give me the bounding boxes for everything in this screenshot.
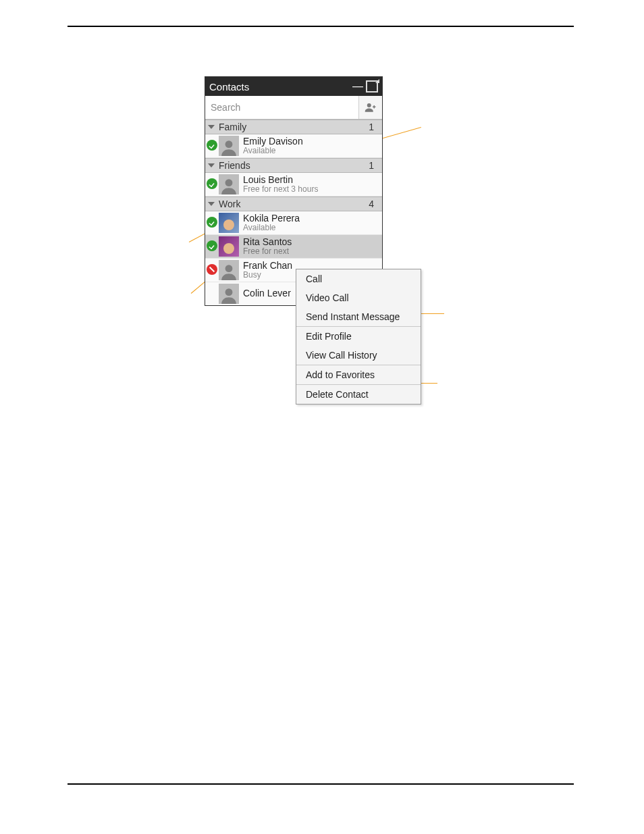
presence-busy-icon <box>207 264 217 275</box>
presence-available-icon <box>207 240 217 251</box>
popout-icon[interactable] <box>366 80 378 93</box>
svg-point-4 <box>225 288 233 296</box>
group-count: 1 <box>369 160 377 171</box>
menu-item-view-history[interactable]: View Call History <box>296 346 421 365</box>
svg-point-2 <box>225 179 233 186</box>
avatar <box>219 236 239 257</box>
group-header-family[interactable]: Family 1 <box>205 120 382 134</box>
add-contact-button[interactable] <box>358 96 382 119</box>
context-menu: Call Video Call Send Instant Message Edi… <box>296 269 421 405</box>
presence-none-icon <box>207 288 217 298</box>
avatar <box>219 136 239 156</box>
contact-name: Colin Lever <box>243 288 291 298</box>
contact-status: Available <box>243 224 300 232</box>
menu-item-send-im[interactable]: Send Instant Message <box>296 307 421 326</box>
chevron-down-icon <box>208 163 215 167</box>
chevron-down-icon <box>208 125 215 129</box>
menu-item-video-call[interactable]: Video Call <box>296 288 421 307</box>
group-count: 1 <box>369 122 377 132</box>
group-name: Work <box>219 199 369 209</box>
contact-row-rita[interactable]: Rita Santos Free for next <box>205 235 382 259</box>
chevron-down-icon <box>208 202 215 206</box>
add-contact-icon <box>365 101 377 113</box>
presence-available-icon <box>207 140 217 151</box>
svg-point-0 <box>367 103 371 107</box>
avatar <box>219 174 239 194</box>
svg-point-1 <box>225 140 233 148</box>
minimize-button[interactable]: — <box>352 80 362 93</box>
avatar <box>219 284 239 304</box>
page-rule-top <box>68 26 574 27</box>
menu-item-edit-profile[interactable]: Edit Profile <box>296 327 421 346</box>
avatar <box>219 260 239 280</box>
contact-name: Rita Santos <box>243 237 292 247</box>
group-count: 4 <box>369 199 377 209</box>
group-name: Family <box>219 122 369 132</box>
menu-item-delete-contact[interactable]: Delete Contact <box>296 385 421 404</box>
contact-row-emily[interactable]: Emily Davison Available <box>205 134 382 158</box>
contact-name: Frank Chan <box>243 261 292 271</box>
search-bar <box>205 96 382 120</box>
panel-title: Contacts <box>209 81 352 93</box>
page-rule-bottom <box>68 783 574 785</box>
contact-row-kokila[interactable]: Kokila Perera Available <box>205 211 382 235</box>
contact-status: Busy <box>243 271 292 280</box>
group-header-work[interactable]: Work 4 <box>205 197 382 211</box>
contact-status: Free for next <box>243 247 292 256</box>
presence-available-icon <box>207 178 217 189</box>
contact-status: Free for next 3 hours <box>243 185 318 194</box>
menu-item-call[interactable]: Call <box>296 269 421 288</box>
contact-status: Available <box>243 147 303 155</box>
group-name: Friends <box>219 160 369 171</box>
presence-available-icon <box>207 217 217 228</box>
titlebar: Contacts — <box>205 77 382 96</box>
contact-name: Kokila Perera <box>243 213 300 224</box>
contact-name: Louis Bertin <box>243 175 318 185</box>
menu-item-add-favorites[interactable]: Add to Favorites <box>296 365 421 384</box>
search-input[interactable] <box>205 97 358 118</box>
avatar <box>219 213 239 233</box>
contact-name: Emily Davison <box>243 136 303 147</box>
svg-point-3 <box>225 265 233 272</box>
group-header-friends[interactable]: Friends 1 <box>205 158 382 173</box>
contact-row-louis[interactable]: Louis Bertin Free for next 3 hours <box>205 173 382 197</box>
